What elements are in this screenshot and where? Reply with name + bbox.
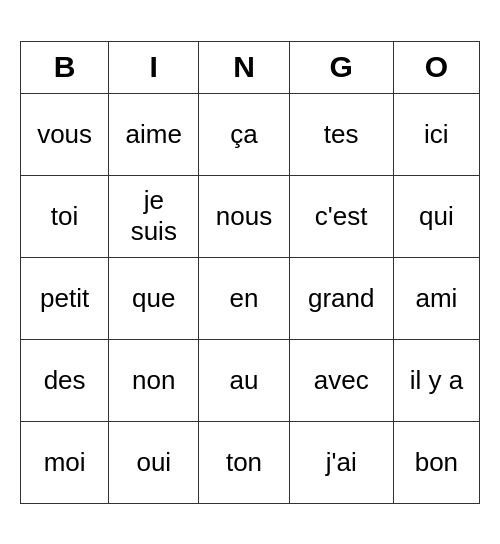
header-cell-b: B — [21, 41, 109, 93]
bingo-row-4: moiouitonj'aibon — [21, 421, 480, 503]
bingo-cell-3-0[interactable]: des — [21, 339, 109, 421]
bingo-cell-3-3[interactable]: avec — [289, 339, 393, 421]
bingo-cell-1-3[interactable]: c'est — [289, 175, 393, 257]
bingo-cell-4-0[interactable]: moi — [21, 421, 109, 503]
bingo-cell-0-1[interactable]: aime — [109, 93, 199, 175]
bingo-cell-1-4[interactable]: qui — [393, 175, 479, 257]
bingo-cell-1-2[interactable]: nous — [199, 175, 289, 257]
header-cell-o: O — [393, 41, 479, 93]
bingo-cell-0-0[interactable]: vous — [21, 93, 109, 175]
bingo-cell-2-2[interactable]: en — [199, 257, 289, 339]
bingo-cell-0-4[interactable]: ici — [393, 93, 479, 175]
bingo-cell-1-1[interactable]: jesuis — [109, 175, 199, 257]
bingo-cell-2-1[interactable]: que — [109, 257, 199, 339]
header-cell-g: G — [289, 41, 393, 93]
bingo-cell-4-3[interactable]: j'ai — [289, 421, 393, 503]
bingo-cell-2-0[interactable]: petit — [21, 257, 109, 339]
bingo-cell-4-4[interactable]: bon — [393, 421, 479, 503]
bingo-cell-4-1[interactable]: oui — [109, 421, 199, 503]
bingo-cell-2-3[interactable]: grand — [289, 257, 393, 339]
header-cell-n: N — [199, 41, 289, 93]
bingo-cell-2-4[interactable]: ami — [393, 257, 479, 339]
bingo-container: BINGO vousaimeçatesicitoijesuisnousc'est… — [20, 41, 480, 504]
bingo-cell-0-2[interactable]: ça — [199, 93, 289, 175]
header-row: BINGO — [21, 41, 480, 93]
bingo-cell-3-4[interactable]: il y a — [393, 339, 479, 421]
bingo-cell-3-2[interactable]: au — [199, 339, 289, 421]
bingo-cell-4-2[interactable]: ton — [199, 421, 289, 503]
header-cell-i: I — [109, 41, 199, 93]
bingo-row-2: petitqueengrandami — [21, 257, 480, 339]
bingo-cell-1-0[interactable]: toi — [21, 175, 109, 257]
bingo-table: BINGO vousaimeçatesicitoijesuisnousc'est… — [20, 41, 480, 504]
bingo-row-0: vousaimeçatesici — [21, 93, 480, 175]
bingo-cell-3-1[interactable]: non — [109, 339, 199, 421]
bingo-cell-0-3[interactable]: tes — [289, 93, 393, 175]
bingo-row-3: desnonauavecil y a — [21, 339, 480, 421]
bingo-row-1: toijesuisnousc'estqui — [21, 175, 480, 257]
